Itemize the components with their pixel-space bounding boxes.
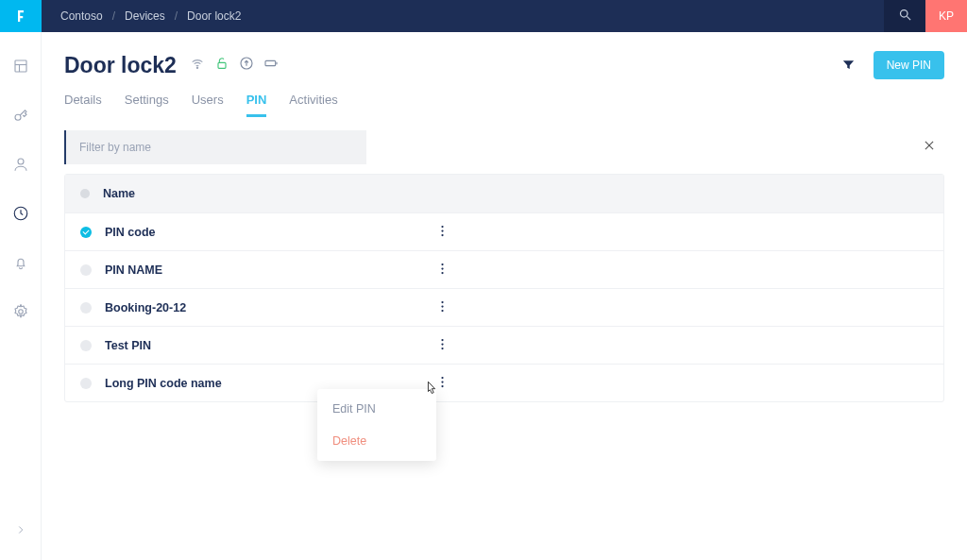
key-icon — [12, 107, 29, 127]
tab-activities[interactable]: Activities — [289, 93, 337, 117]
breadcrumb-sep: / — [175, 9, 178, 23]
close-filter-button[interactable] — [914, 132, 944, 162]
table-header: Name — [65, 175, 943, 212]
svg-point-17 — [441, 229, 443, 231]
breadcrumb-sep: / — [112, 9, 115, 23]
row-menu-button[interactable] — [431, 334, 453, 357]
upload-icon — [239, 56, 254, 75]
battery-icon — [263, 56, 279, 75]
svg-point-27 — [441, 347, 443, 348]
svg-point-23 — [441, 305, 443, 307]
page-header: Door lock2 New PIN — [64, 51, 944, 79]
sidebar-item-dashboard[interactable] — [0, 55, 42, 81]
lock-open-icon — [214, 56, 229, 75]
svg-point-30 — [441, 384, 443, 386]
avatar[interactable]: KP — [925, 0, 967, 32]
close-icon — [923, 139, 936, 156]
search-icon — [898, 8, 912, 25]
sidebar-item-users[interactable] — [0, 153, 42, 179]
device-status-icons — [190, 56, 279, 75]
svg-rect-10 — [218, 62, 226, 68]
search-button[interactable] — [884, 0, 925, 32]
table-row[interactable]: Test PIN — [65, 326, 943, 364]
column-name-header: Name — [103, 187, 135, 200]
sidebar-item-devices[interactable] — [0, 202, 42, 229]
pin-table: Name PIN code PIN NAME Booking-20-12 Tes… — [64, 174, 944, 402]
sidebar-expand[interactable] — [0, 518, 42, 545]
filter-icon — [841, 59, 856, 75]
more-vertical-icon — [441, 338, 444, 353]
svg-point-18 — [441, 233, 443, 235]
row-name-label: Booking-20-12 — [105, 301, 186, 314]
row-menu-dropdown: Edit PIN Delete — [317, 389, 436, 461]
table-row[interactable]: Booking-20-12 — [65, 288, 943, 326]
breadcrumb-device[interactable]: Door lock2 — [187, 9, 241, 23]
breadcrumb-section[interactable]: Devices — [125, 9, 165, 23]
svg-point-22 — [441, 300, 443, 302]
sidebar-item-notifications[interactable] — [0, 251, 42, 278]
svg-rect-12 — [265, 60, 276, 65]
app-logo[interactable] — [0, 0, 42, 32]
svg-point-9 — [196, 67, 197, 68]
svg-rect-2 — [15, 60, 26, 72]
row-menu-button[interactable] — [431, 297, 453, 319]
page-title: Door lock2 — [64, 53, 177, 78]
main-content: Door lock2 New PIN Details Settings User… — [42, 32, 967, 560]
row-status-dot — [80, 340, 92, 351]
row-name-label: Test PIN — [105, 339, 151, 352]
svg-point-25 — [441, 338, 443, 340]
row-status-dot — [80, 302, 92, 314]
tab-settings[interactable]: Settings — [125, 93, 169, 117]
svg-point-28 — [441, 376, 443, 378]
svg-point-26 — [441, 343, 443, 345]
tab-details[interactable]: Details — [64, 93, 102, 117]
tab-users[interactable]: Users — [192, 93, 224, 117]
more-vertical-icon — [441, 300, 444, 315]
bell-icon — [12, 254, 29, 275]
table-row[interactable]: Long PIN code name — [65, 364, 943, 401]
clock-icon — [12, 205, 29, 226]
tab-pin[interactable]: PIN — [246, 93, 267, 117]
row-name-label: Long PIN code name — [105, 377, 222, 390]
table-row[interactable]: PIN code — [65, 212, 943, 250]
table-row[interactable]: PIN NAME — [65, 250, 943, 288]
filter-input[interactable] — [64, 130, 366, 164]
sidebar — [0, 32, 42, 560]
svg-point-5 — [15, 114, 21, 120]
chevron-right-icon — [14, 523, 27, 540]
svg-point-20 — [441, 267, 443, 269]
row-menu-button[interactable] — [431, 221, 453, 244]
dashboard-icon — [12, 58, 29, 78]
row-menu-button[interactable] — [431, 259, 453, 281]
svg-point-0 — [900, 10, 908, 18]
new-pin-button[interactable]: New PIN — [874, 51, 944, 79]
svg-point-29 — [441, 381, 443, 382]
dropdown-edit-pin[interactable]: Edit PIN — [317, 393, 436, 425]
breadcrumb-org[interactable]: Contoso — [60, 9, 103, 23]
svg-point-6 — [18, 159, 24, 164]
dropdown-delete[interactable]: Delete — [317, 425, 436, 457]
svg-point-24 — [441, 309, 443, 311]
more-vertical-icon — [441, 263, 444, 278]
svg-line-1 — [907, 16, 910, 20]
row-status-dot — [80, 378, 92, 389]
filter-row — [64, 130, 944, 164]
filter-toggle[interactable] — [841, 58, 857, 73]
svg-point-8 — [18, 310, 23, 314]
more-vertical-icon — [441, 376, 444, 391]
wifi-icon — [190, 56, 205, 75]
row-name-label: PIN code — [105, 226, 156, 239]
tabs: Details Settings Users PIN Activities — [64, 93, 944, 117]
sidebar-item-settings[interactable] — [0, 300, 42, 327]
header-status-dot — [80, 189, 90, 198]
svg-point-16 — [441, 225, 443, 227]
sidebar-item-access[interactable] — [0, 104, 42, 130]
svg-point-19 — [441, 263, 443, 264]
user-icon — [12, 156, 29, 177]
gear-icon — [12, 303, 29, 324]
row-status-dot — [80, 227, 92, 238]
breadcrumb: Contoso / Devices / Door lock2 — [42, 9, 241, 23]
row-status-dot — [80, 264, 92, 276]
top-bar: Contoso / Devices / Door lock2 KP — [42, 0, 967, 32]
more-vertical-icon — [441, 225, 444, 240]
